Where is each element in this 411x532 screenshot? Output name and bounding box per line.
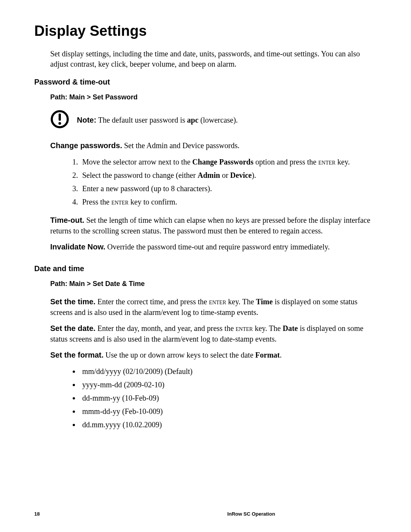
invalidate-label: Invalidate Now.	[50, 243, 105, 251]
set-format-para: Set the format. Use the up or down arrow…	[50, 350, 377, 360]
section-heading-datetime: Date and time	[34, 264, 377, 273]
note-row: Note: The default user password is apc (…	[50, 110, 377, 130]
format-item: mmm-dd-yy (Feb-10-009)	[80, 406, 377, 417]
svg-point-2	[59, 122, 61, 125]
step-4: Press the enter key to confirm.	[80, 196, 377, 208]
intro-paragraph: Set display settings, including the time…	[50, 49, 377, 69]
step-2: Select the password to change (either Ad…	[80, 169, 377, 181]
step-1: Move the selector arrow next to the Chan…	[80, 156, 377, 168]
section-body-datetime: Path: Main > Set Date & Time Set the tim…	[50, 280, 377, 431]
change-passwords-steps: Move the selector arrow next to the Chan…	[50, 156, 377, 208]
timeout-text: Set the length of time which can elapse …	[50, 216, 370, 235]
change-passwords-para: Change passwords. Set the Admin and Devi…	[50, 140, 377, 151]
section-body-password: Path: Main > Set Password Note: The defa…	[50, 93, 377, 252]
format-list: mm/dd/yyyy (02/10/2009) (Default) yyyy-m…	[50, 366, 377, 431]
set-format-label: Set the format.	[50, 351, 104, 359]
page-number: 18	[34, 511, 80, 517]
format-item: mm/dd/yyyy (02/10/2009) (Default)	[80, 366, 377, 377]
note-part1: The default user password is	[96, 116, 187, 124]
page-title: Display Settings	[34, 23, 377, 39]
note-bold: apc	[187, 116, 199, 124]
set-date-para: Set the date. Enter the day, month, and …	[50, 323, 377, 344]
path-password: Path: Main > Set Password	[50, 93, 377, 101]
page-footer: 18 InRow SC Operation	[34, 511, 377, 517]
caution-icon	[50, 110, 69, 130]
step-3: Enter a new password (up to 8 characters…	[80, 183, 377, 195]
svg-rect-1	[59, 113, 61, 121]
change-passwords-label: Change passwords.	[50, 141, 122, 150]
invalidate-text: Override the password time-out and requi…	[105, 243, 330, 251]
path-datetime: Path: Main > Set Date & Time	[50, 280, 377, 288]
note-part2: (lowercase).	[199, 116, 238, 124]
format-item: yyyy-mm-dd (2009-02-10)	[80, 379, 377, 391]
note-label: Note:	[77, 116, 96, 124]
set-time-label: Set the time.	[50, 297, 96, 306]
document-page: Display Settings Set display settings, i…	[0, 0, 411, 532]
invalidate-para: Invalidate Now. Override the password ti…	[50, 241, 377, 252]
format-item: dd-mmm-yy (10-Feb-09)	[80, 392, 377, 404]
timeout-label: Time-out.	[50, 216, 84, 224]
set-date-label: Set the date.	[50, 324, 96, 332]
format-item: dd.mm.yyyy (10.02.2009)	[80, 419, 377, 431]
set-time-para: Set the time. Enter the correct time, an…	[50, 296, 377, 318]
change-passwords-text: Set the Admin and Device passwords.	[122, 141, 239, 150]
footer-title: InRow SC Operation	[126, 511, 377, 517]
timeout-para: Time-out. Set the length of time which c…	[50, 215, 377, 236]
section-heading-password: Password & time-out	[34, 78, 377, 86]
note-text: Note: The default user password is apc (…	[77, 116, 238, 125]
